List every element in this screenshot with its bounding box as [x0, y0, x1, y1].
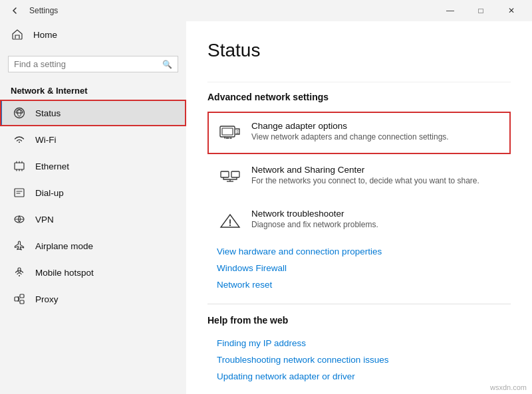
title-bar: Settings — □ ✕ — [0, 0, 532, 21]
advanced-section-title: Advanced network settings — [207, 92, 511, 102]
sidebar-item-airplane[interactable]: Airplane mode — [0, 233, 186, 259]
vpn-icon — [13, 213, 26, 226]
ethernet-icon — [13, 159, 26, 173]
sharing-center-desc: For the networks you connect to, decide … — [251, 176, 500, 185]
svg-rect-8 — [20, 294, 24, 298]
sidebar-item-home[interactable]: Home — [0, 21, 186, 48]
change-adapter-desc: View network adapters and change connect… — [251, 132, 500, 142]
change-adapter-option[interactable]: Change adapter options View network adap… — [207, 112, 511, 154]
troubleshooter-icon — [218, 209, 242, 233]
sidebar-ethernet-label: Ethernet — [35, 161, 69, 171]
sharing-center-title: Network and Sharing Center — [251, 165, 500, 175]
svg-rect-9 — [20, 300, 24, 304]
maximize-button[interactable]: □ — [466, 0, 496, 21]
window-controls: — □ ✕ — [435, 0, 527, 21]
back-button[interactable] — [5, 1, 24, 20]
content-area: Status Advanced network settings Change … — [186, 21, 532, 394]
change-adapter-text: Change adapter options View network adap… — [251, 121, 500, 142]
svg-rect-3 — [15, 189, 24, 197]
sidebar-airplane-label: Airplane mode — [35, 241, 93, 251]
sidebar-item-wifi[interactable]: Wi-Fi — [0, 126, 186, 153]
sharing-center-text: Network and Sharing Center For the netwo… — [251, 165, 500, 185]
main-container: Home 🔍 Network & Internet Status — [0, 21, 532, 394]
sidebar-vpn-label: VPN — [35, 215, 54, 225]
svg-rect-13 — [231, 171, 239, 177]
help-section-title: Help from the web — [207, 315, 511, 326]
home-icon — [11, 28, 24, 41]
troubleshooter-option[interactable]: Network troubleshooter Diagnose and fix … — [207, 199, 511, 242]
sidebar-section-label: Network & Internet — [0, 80, 186, 100]
sidebar-item-vpn[interactable]: VPN — [0, 206, 186, 233]
window-title: Settings — [29, 6, 58, 15]
sidebar-item-status[interactable]: Status — [0, 100, 186, 126]
proxy-icon — [13, 292, 26, 306]
network-reset-link[interactable]: Network reset — [207, 276, 511, 293]
svg-rect-11 — [222, 128, 233, 135]
divider — [207, 304, 511, 304]
sidebar-item-dialup[interactable]: Dial-up — [0, 179, 186, 206]
windows-firewall-link[interactable]: Windows Firewall — [207, 260, 511, 276]
sidebar-dialup-label: Dial-up — [35, 188, 64, 198]
sidebar-status-label: Status — [35, 108, 61, 118]
sharing-icon — [218, 165, 242, 189]
page-title: Status — [207, 40, 511, 61]
view-hardware-link[interactable]: View hardware and connection properties — [207, 243, 511, 260]
sidebar-item-hotspot[interactable]: Mobile hotspot — [0, 259, 186, 286]
sidebar-wifi-label: Wi-Fi — [35, 135, 56, 145]
svg-point-5 — [19, 275, 20, 276]
sidebar-item-proxy[interactable]: Proxy — [0, 286, 186, 312]
search-input[interactable] — [14, 59, 162, 69]
finding-ip-link[interactable]: Finding my IP address — [207, 335, 511, 351]
watermark: wsxdn.com — [490, 383, 527, 391]
search-icon: 🔍 — [162, 60, 172, 69]
sharing-center-option[interactable]: Network and Sharing Center For the netwo… — [207, 155, 511, 198]
dialup-icon — [13, 186, 26, 199]
search-box[interactable]: 🔍 — [8, 56, 178, 72]
sidebar-item-ethernet[interactable]: Ethernet — [0, 153, 186, 179]
sidebar-home-label: Home — [33, 30, 57, 40]
sidebar: Home 🔍 Network & Internet Status — [0, 21, 186, 394]
sidebar-hotspot-label: Mobile hotspot — [35, 268, 94, 278]
troubleshooting-connection-link[interactable]: Troubleshooting network connection issue… — [207, 351, 511, 368]
svg-point-14 — [229, 225, 231, 226]
updating-driver-link[interactable]: Updating network adapter or driver — [207, 368, 511, 385]
airplane-icon — [13, 239, 26, 252]
close-button[interactable]: ✕ — [496, 0, 527, 21]
change-adapter-title: Change adapter options — [251, 121, 500, 131]
troubleshooter-desc: Diagnose and fix network problems. — [251, 220, 500, 229]
minimize-button[interactable]: — — [435, 0, 466, 21]
scrolled-content-placeholder — [207, 74, 511, 82]
troubleshooter-title: Network troubleshooter — [251, 209, 500, 219]
svg-rect-2 — [15, 163, 24, 169]
status-icon — [13, 106, 26, 120]
troubleshooter-text: Network troubleshooter Diagnose and fix … — [251, 209, 500, 229]
adapter-icon — [218, 121, 242, 145]
svg-rect-12 — [221, 171, 229, 177]
sidebar-proxy-label: Proxy — [35, 294, 59, 304]
hotspot-icon — [13, 266, 26, 279]
wifi-icon — [13, 133, 26, 146]
